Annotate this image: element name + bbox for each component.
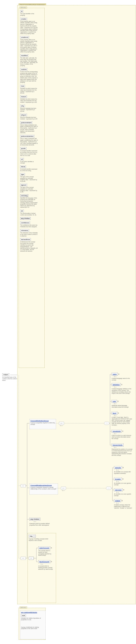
- attr-derivedfrom[interactable]: derivedfrom: [20, 238, 31, 241]
- attr-typeuri-desc: The type of the concept assigned as cont…: [20, 187, 38, 193]
- ranking-attr-label: attributes: [20, 607, 27, 608]
- elem-facet-desc: In NAR 1.8 and later, 'facet' is depreca…: [112, 416, 132, 426]
- attr-creator[interactable]: creator: [20, 18, 27, 20]
- attr-confidence-desc: The confidence with which the metadata h…: [20, 224, 38, 228]
- elem-anyother-desc: Extension point for provider-defined pro…: [30, 523, 50, 526]
- occurs-facet: 0..∞: [114, 415, 116, 416]
- elem-sameas[interactable]: sameAs: [114, 466, 122, 469]
- attr-rank-desc: Indicates the relative importance of pro…: [21, 618, 44, 620]
- seq-rel: ••••: [61, 487, 66, 490]
- attr-id[interactable]: id: [20, 10, 23, 12]
- attr-creatoruri[interactable]: creatoruri: [20, 36, 29, 38]
- attr-dir[interactable]: dir: [20, 210, 24, 212]
- occurs-def: 0..∞: [60, 425, 62, 426]
- attr-dir-desc: The directionality of textual content (e…: [20, 213, 38, 216]
- elem-mainconcept-label: mainConcept: [39, 547, 49, 549]
- group-concept-definition[interactable]: ConceptDefinitionGroup A group of proper…: [30, 419, 56, 429]
- elem-hierarchyinfo[interactable]: hierarchyInfo: [112, 444, 124, 446]
- attr-relevance[interactable]: relevance: [20, 229, 29, 232]
- attr-any-other[interactable]: any ##other: [20, 217, 31, 220]
- attr-modified-desc: The date (and, optionally, the time) whe…: [20, 57, 38, 66]
- elem-narrower-label: narrower: [115, 489, 122, 491]
- elem-broader[interactable]: broader: [114, 478, 122, 480]
- attr-qcode[interactable]: qcode: [20, 147, 26, 150]
- root-element-subject[interactable]: subject: [2, 373, 9, 376]
- attr-custom[interactable]: custom: [20, 68, 27, 70]
- occurs-anyother: 0..∞: [34, 521, 36, 522]
- attr-rank[interactable]: rank: [21, 614, 26, 617]
- minus-icon: [33, 535, 35, 537]
- occurs-note: 0..∞: [114, 403, 116, 404]
- group-concept-relationships[interactable]: ConceptRelationshipsGroup A group of pro…: [30, 484, 58, 494]
- elem-sameas-desc: An identifier of a concept with equivale…: [114, 471, 134, 474]
- attr-literal-desc: A concept identifier expressed as a free…: [20, 168, 38, 172]
- occurs-related: 0..∞: [116, 502, 119, 504]
- attr-whyuri[interactable]: whyuri: [20, 114, 27, 116]
- elem-note[interactable]: note: [112, 400, 117, 403]
- elem-broader-label: broader: [115, 478, 121, 480]
- attr-literal[interactable]: literal: [20, 166, 26, 168]
- root-desc: An important topic of the content; what …: [2, 376, 18, 381]
- attr-creator-desc: If the property value is not defined, sp…: [20, 21, 38, 34]
- attr-custom-desc: If set to true the corresponding propert…: [20, 71, 38, 83]
- attributes-label: attributes: [20, 7, 27, 8]
- elem-sameas-label: sameAs: [115, 467, 121, 468]
- attr-modified[interactable]: modified: [20, 54, 28, 57]
- attr-whyuri-desc: Why the metadata has been included - exp…: [20, 117, 38, 120]
- elem-facetconcept-desc: A concept which is faceting another conc…: [38, 565, 53, 570]
- attr-pubconstraint[interactable]: pubconstraint: [20, 121, 32, 124]
- group-definition-title[interactable]: ConceptDefinitionGroup: [30, 420, 55, 422]
- sequence-main: ••••: [21, 484, 26, 488]
- elem-remoteinfo-label: remoteInfo: [112, 430, 121, 432]
- attr-how-desc: Indicates by which means the value was e…: [20, 88, 38, 94]
- attr-xmllang-desc: Specifies the language of this property …: [20, 197, 38, 208]
- elem-remoteinfo[interactable]: remoteInfo: [112, 430, 122, 433]
- sequence-ext: ••••: [21, 557, 26, 560]
- elem-definition[interactable]: definition: [112, 383, 121, 386]
- occurs-sameas: 0..∞: [116, 469, 119, 471]
- elem-note-label: note: [112, 400, 116, 402]
- elem-narrower[interactable]: narrower: [114, 488, 123, 491]
- occurs-rel: 0..∞: [62, 490, 64, 491]
- attr-why[interactable]: why: [20, 105, 25, 107]
- occurs-hierarchyinfo: 0..∞: [114, 447, 116, 448]
- occurs-narrower: 0..∞: [116, 492, 119, 493]
- choice-def: ⋮⋮: [104, 422, 109, 425]
- elem-bag-label: bag: [30, 535, 32, 537]
- attr-typeuri[interactable]: typeuri: [20, 184, 27, 186]
- elem-related-label: related: [115, 500, 120, 502]
- group-ranking[interactable]: grp rankingAttributes rank Indicates the…: [20, 610, 46, 639]
- group-rel-title[interactable]: ConceptRelationshipsGroup: [30, 484, 57, 486]
- elem-related-desc: A related concept, where the relationshi…: [114, 504, 134, 509]
- occurs-definition: 0..∞: [114, 386, 116, 388]
- attr-qcode-desc: A concept identifier expressed as a stri…: [20, 150, 38, 156]
- elem-name[interactable]: name: [112, 373, 118, 376]
- elem-definition-desc: A natural language definition of the sem…: [112, 388, 132, 394]
- elem-name-label: name: [112, 373, 117, 375]
- group-ranking-title[interactable]: grp rankingAttributes: [21, 612, 37, 613]
- elem-bag-desc: A group of existing concepts which expre…: [29, 538, 49, 541]
- occurs-remoteinfo: 0..∞: [114, 433, 116, 434]
- attr-how[interactable]: how: [20, 85, 25, 87]
- elem-narrower-desc: An identifier of a more specific concept…: [114, 493, 134, 496]
- elem-bag[interactable]: bag: [29, 535, 36, 538]
- elem-facetconcept[interactable]: facetConcept: [38, 560, 50, 563]
- attr-type[interactable]: type: [20, 173, 25, 176]
- attr-xmllang[interactable]: xml:lang: [20, 194, 28, 197]
- group-definition-desc: A group of properties required to define…: [30, 422, 55, 425]
- attr-uri[interactable]: uri: [20, 158, 24, 160]
- elem-any-other[interactable]: any ##other: [30, 518, 40, 521]
- attr-pubconstraint-desc: One or many constraints that apply to pu…: [20, 124, 38, 134]
- attr-why-desc: Why the metadata has been included - exp…: [20, 108, 38, 112]
- attr-pubconstrainturi[interactable]: pubconstrainturi: [20, 135, 34, 138]
- elem-hierarchyinfo-label: hierarchyInfo: [112, 444, 123, 446]
- group-rel-desc: A group of properties required to indica…: [30, 487, 57, 490]
- occurs-facetconcept: 0..∞: [41, 563, 43, 565]
- elem-related[interactable]: related: [114, 499, 121, 502]
- attr-confidence[interactable]: confidence: [20, 222, 30, 224]
- elem-facet[interactable]: facet: [112, 412, 117, 415]
- elem-mainconcept[interactable]: mainConcept: [38, 546, 50, 550]
- elem-remoteinfo-desc: A link to an item or a web resource whic…: [112, 435, 131, 439]
- attr-howuri[interactable]: howuri: [20, 96, 27, 98]
- attr-pubconstrainturi-desc: One or many constraints that apply to pu…: [20, 138, 38, 146]
